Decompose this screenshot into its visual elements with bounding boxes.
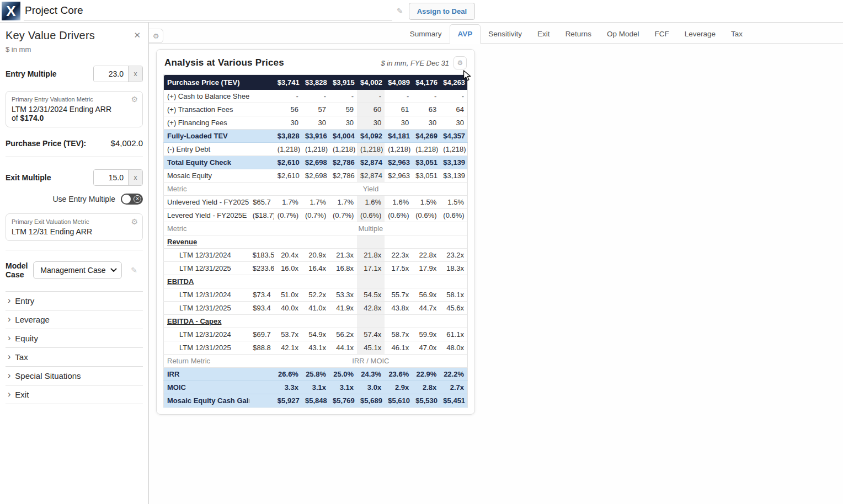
cell-value: 30 — [357, 116, 385, 130]
table-row: (-) Entry Debt(1,218)(1,218)(1,218)(1,21… — [164, 143, 468, 156]
cell-value: 56.9x — [412, 288, 440, 302]
table-row: (+) Transaction Fees56575960616364 — [164, 103, 468, 116]
cell-value: 48.0x — [440, 341, 467, 355]
row-label: (+) Transaction Fees — [164, 103, 249, 116]
row-label: Mosaic Equity Cash Gain — [164, 394, 249, 408]
row-label: MOIC — [164, 381, 249, 394]
cell-value — [440, 235, 467, 249]
entry-multiple-input[interactable] — [94, 66, 128, 82]
cell-value: 54.5x — [357, 288, 385, 302]
cell-value — [385, 275, 412, 288]
assign-to-deal-button[interactable]: Assign to Deal — [409, 3, 475, 20]
section-label: Tax — [15, 352, 28, 362]
table-row: EBITDA - Capex — [164, 315, 468, 328]
cell-value: $2,698 — [302, 156, 329, 169]
tab-fcf[interactable]: FCF — [647, 25, 676, 43]
cell-value — [274, 315, 302, 328]
gear-icon[interactable]: ⚙ — [131, 95, 138, 103]
cell-value: - — [357, 90, 385, 103]
cell-value: 1.7% — [274, 196, 302, 209]
chevron-right-icon: › — [8, 390, 10, 399]
cell-value: $4,269 — [412, 130, 440, 143]
sidebar-section-tax[interactable]: ›Tax — [6, 347, 143, 366]
model-case-select[interactable]: Management Case — [33, 261, 122, 279]
cell-value — [329, 275, 357, 288]
cell-value: (1,218) — [329, 143, 357, 156]
cell-value: 1.6% — [357, 196, 385, 209]
tab-sensitivity[interactable]: Sensitivity — [481, 25, 530, 43]
cell-value: 53.3x — [329, 288, 357, 302]
tab-returns[interactable]: Returns — [558, 25, 599, 43]
edit-case-icon[interactable]: ✎ — [131, 266, 137, 275]
section-label: Leverage — [15, 315, 50, 324]
cell-value — [385, 315, 412, 328]
tab-exit[interactable]: Exit — [530, 25, 558, 43]
row-label: LTM 12/31/2025 — [164, 341, 249, 355]
metric-value — [249, 169, 274, 183]
cell-value — [274, 275, 302, 288]
cell-value — [329, 315, 357, 328]
cell-value: $4,004 — [329, 130, 357, 143]
cell-value: (0.6%) — [440, 209, 467, 222]
cell-value: 58.1x — [440, 288, 467, 302]
header-price-value: $4,176 — [412, 75, 440, 90]
section-label: Exit — [15, 390, 29, 399]
entry-multiple-suffix: x — [128, 66, 142, 82]
purchase-price-value: $4,002.0 — [111, 138, 143, 148]
table-row: LTM 12/31/2024$183.520.4x20.9x21.3x21.8x… — [164, 249, 468, 262]
cell-value: (0.6%) — [412, 209, 440, 222]
cell-value: 1.5% — [412, 196, 440, 209]
top-bar: X Project Core ✎ Assign to Deal — [0, 0, 843, 23]
tab-bar: SummaryAVPSensitivityExitReturnsOp Model… — [149, 23, 843, 44]
section-label: Equity — [15, 334, 38, 343]
table-settings-button[interactable]: ⚙ — [453, 56, 467, 69]
sidebar-section-leverage[interactable]: ›Leverage — [6, 310, 143, 329]
sidebar-section-exit[interactable]: ›Exit — [6, 385, 143, 404]
cell-value: (0.7%) — [302, 209, 329, 222]
panel-settings-button[interactable]: ⚙ — [149, 29, 163, 43]
cell-value: 45.6x — [440, 302, 467, 315]
cell-value: $4,357 — [440, 130, 467, 143]
cell-value: 23.6% — [385, 368, 412, 381]
table-row: EBITDA — [164, 275, 468, 288]
metric-value: $93.4 — [249, 302, 274, 315]
metric-value: $69.7 — [249, 328, 274, 341]
row-label: (+) Cash to Balance Sheet — [164, 90, 249, 103]
section-center-label: Yield — [274, 183, 468, 196]
tab-op-model[interactable]: Op Model — [599, 25, 647, 43]
close-icon[interactable]: ✕ — [131, 29, 143, 41]
cell-value: 56.2x — [329, 328, 357, 341]
metric-value — [249, 381, 274, 394]
model-case-label: Model Case — [6, 261, 29, 279]
cell-value: 25.8% — [302, 368, 329, 381]
cell-value: 22.8x — [412, 249, 440, 262]
cell-value: (1,218) — [274, 143, 302, 156]
exit-multiple-input[interactable] — [94, 170, 128, 185]
tab-tax[interactable]: Tax — [723, 25, 750, 43]
cell-value: 46.1x — [385, 341, 412, 355]
sidebar-section-special-situations[interactable]: ›Special Situations — [6, 366, 143, 385]
sidebar-section-equity[interactable]: ›Equity — [6, 329, 143, 347]
header-price-value: $4,089 — [385, 75, 412, 90]
cell-value: 41.9x — [329, 302, 357, 315]
header-price-value: $3,741 — [274, 75, 302, 90]
metric-value — [249, 130, 274, 143]
tab-leverage[interactable]: Leverage — [677, 25, 723, 43]
cell-value: (0.7%) — [274, 209, 302, 222]
cell-value: 45.1x — [357, 341, 385, 355]
purchase-price-header: Purchase Price (TEV) — [164, 75, 274, 90]
project-title-field[interactable]: Project Core — [24, 2, 392, 20]
cell-value: 20.9x — [302, 249, 329, 262]
cell-value — [302, 275, 329, 288]
sidebar-section-entry[interactable]: ›Entry — [6, 291, 143, 310]
use-entry-multiple-toggle[interactable]: ✕ — [121, 194, 143, 205]
cell-value: $5,927 — [274, 394, 302, 408]
gear-icon[interactable]: ⚙ — [131, 218, 138, 226]
tab-avp[interactable]: AVP — [450, 24, 481, 44]
edit-title-icon[interactable]: ✎ — [397, 7, 403, 15]
metric-value: $65.7 — [249, 196, 274, 209]
section-metric-label: Metric — [164, 222, 274, 235]
tab-summary[interactable]: Summary — [402, 25, 450, 43]
cell-value: 16.8x — [329, 262, 357, 275]
cell-value — [412, 235, 440, 249]
